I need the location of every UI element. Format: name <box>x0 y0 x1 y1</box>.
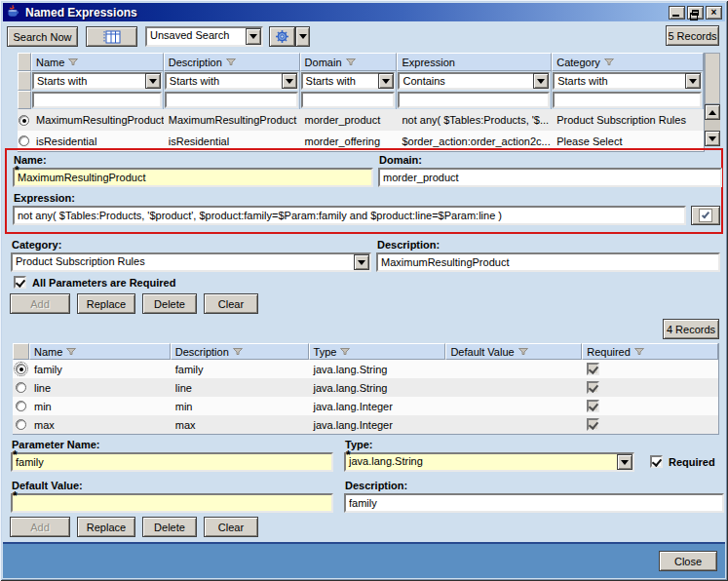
cell-description[interactable]: family <box>171 360 309 378</box>
cell-name[interactable]: family <box>29 360 171 378</box>
param-description-field[interactable] <box>344 493 724 513</box>
saved-search-combobox[interactable]: Unsaved Search <box>145 26 263 47</box>
filter-funnel-icon <box>66 348 76 355</box>
clear-button[interactable]: Clear <box>204 293 258 314</box>
name-filter-input[interactable] <box>32 92 162 108</box>
table-row[interactable]: max max java.lang.Integer <box>13 415 718 434</box>
results-header-expression[interactable]: Expression <box>397 53 552 71</box>
cell-type[interactable]: java.lang.String <box>309 360 446 378</box>
cell-description[interactable]: MaximumResultingProduct <box>164 109 300 131</box>
param-clear-button[interactable]: Clear <box>204 517 258 537</box>
validate-expression-button[interactable] <box>691 206 720 225</box>
minimize-button[interactable] <box>669 6 685 19</box>
cell-type[interactable]: java.lang.Integer <box>309 397 446 415</box>
cell-default-value[interactable] <box>445 378 582 397</box>
param-replace-button[interactable]: Replace <box>77 517 135 537</box>
chevron-down-icon[interactable] <box>617 454 632 470</box>
cell-category[interactable]: Product Subscription Rules <box>552 109 704 131</box>
cell-description[interactable]: min <box>171 397 309 415</box>
description-filter-input[interactable] <box>165 92 298 108</box>
cell-type[interactable]: java.lang.String <box>309 378 446 397</box>
scroll-up-button[interactable] <box>705 104 720 120</box>
column-settings-button[interactable] <box>86 26 137 47</box>
params-header-description[interactable]: Description <box>171 343 309 360</box>
results-header-row: Name Description Domain Expression Categ… <box>18 53 704 71</box>
results-header-domain[interactable]: Domain <box>300 53 398 71</box>
cell-name[interactable]: MaximumResultingProduct <box>31 109 164 131</box>
expression-operator-combobox[interactable]: Contains <box>397 71 552 91</box>
parameter-name-field[interactable] <box>11 452 333 472</box>
results-header-description[interactable]: Description <box>164 53 300 71</box>
search-settings-dropdown-button[interactable] <box>295 26 310 47</box>
params-header-name[interactable]: Name <box>29 343 171 360</box>
chevron-down-icon[interactable] <box>282 73 297 89</box>
param-delete-button[interactable]: Delete <box>142 517 197 537</box>
cell-description[interactable]: max <box>171 415 309 434</box>
replace-button[interactable]: Replace <box>77 293 135 314</box>
results-header-name[interactable]: Name <box>31 53 164 71</box>
chevron-down-icon[interactable] <box>533 73 549 89</box>
cell-type[interactable]: java.lang.Integer <box>309 415 446 434</box>
table-row[interactable]: min min java.lang.Integer <box>13 397 718 415</box>
cell-name[interactable]: max <box>29 415 171 434</box>
search-settings-button[interactable] <box>269 26 295 47</box>
gear-icon <box>275 29 289 44</box>
domain-operator-combobox[interactable]: Starts with <box>300 71 398 91</box>
domain-field[interactable] <box>378 168 722 187</box>
type-combobox[interactable]: * java.lang.String <box>344 452 634 472</box>
param-radio[interactable] <box>16 401 26 411</box>
cell-name[interactable]: line <box>29 378 171 397</box>
category-combobox[interactable]: Product Subscription Rules <box>11 252 371 272</box>
expression-filter-input[interactable] <box>398 92 550 108</box>
scroll-down-button[interactable] <box>705 131 720 146</box>
expression-field[interactable] <box>13 206 686 225</box>
table-row[interactable]: MaximumResultingProduct MaximumResulting… <box>18 109 704 131</box>
results-header-category[interactable]: Category <box>552 53 704 71</box>
category-filter-input[interactable] <box>553 92 702 108</box>
close-window-button[interactable]: × <box>706 6 722 19</box>
description-field[interactable] <box>376 252 720 272</box>
results-table: Name Description Domain Expression Categ… <box>18 53 705 152</box>
params-header-default-value[interactable]: Default Value <box>445 343 582 360</box>
chevron-down-icon[interactable] <box>354 254 369 270</box>
params-header-type[interactable]: Type <box>309 343 446 360</box>
results-vertical-scrollbar[interactable] <box>705 104 720 146</box>
category-operator-combobox[interactable]: Starts with <box>552 71 704 91</box>
params-header-required[interactable]: Required <box>582 343 718 360</box>
filter-funnel-icon <box>68 58 78 65</box>
name-field[interactable] <box>13 168 373 187</box>
table-row[interactable]: family family java.lang.String <box>13 360 718 378</box>
delete-button[interactable]: Delete <box>142 293 197 314</box>
chevron-down-icon <box>709 136 716 145</box>
chevron-down-icon[interactable] <box>378 73 394 89</box>
scrollbar-spacer <box>705 53 720 104</box>
table-row[interactable]: line line java.lang.String <box>13 378 718 397</box>
cell-description[interactable]: line <box>171 378 309 397</box>
default-value-field[interactable] <box>11 493 333 513</box>
search-now-button[interactable]: Search Now <box>7 26 78 47</box>
cell-default-value[interactable] <box>445 360 582 378</box>
results-filter-input-row <box>18 91 704 109</box>
required-param-checkbox[interactable] <box>650 455 663 468</box>
description-operator-combobox[interactable]: Starts with <box>164 71 300 91</box>
param-radio[interactable] <box>16 382 26 393</box>
domain-filter-input[interactable] <box>301 92 396 108</box>
chevron-down-icon <box>286 79 293 88</box>
row-radio-selected[interactable] <box>19 115 29 126</box>
param-radio-selected[interactable] <box>16 364 26 374</box>
all-parameters-required-checkbox[interactable] <box>14 276 26 289</box>
chevron-down-icon[interactable] <box>145 73 161 89</box>
cell-expression[interactable]: not any( $Tables:Products, '$... <box>397 109 552 131</box>
close-button[interactable]: Close <box>659 551 717 571</box>
name-operator-combobox[interactable]: Starts with <box>31 71 164 91</box>
cell-name[interactable]: min <box>29 397 171 415</box>
cell-domain[interactable]: morder_product <box>300 109 398 131</box>
chevron-down-icon[interactable] <box>685 73 701 89</box>
parameters-record-count: 4 Records <box>663 319 719 339</box>
cell-default-value[interactable] <box>445 397 582 415</box>
restore-button[interactable] <box>687 6 704 19</box>
row-radio[interactable] <box>19 136 29 146</box>
param-radio[interactable] <box>16 419 26 430</box>
saved-search-dropdown-arrow[interactable] <box>246 28 261 45</box>
cell-default-value[interactable] <box>445 415 582 434</box>
